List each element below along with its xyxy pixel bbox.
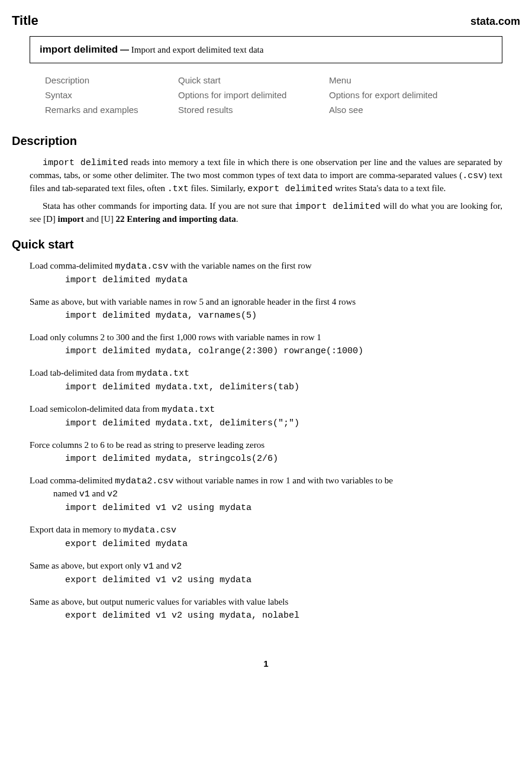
- qs-text: Same as above, but output numeric values…: [30, 597, 288, 606]
- description-p1: import delimited reads into memory a tex…: [30, 156, 502, 195]
- toc-link[interactable]: Also see: [329, 104, 520, 116]
- qs-item: Load only columns 2 to 300 and the first…: [30, 331, 502, 357]
- qs-text: named: [53, 489, 79, 498]
- ref-u: U: [104, 214, 111, 224]
- toc-link[interactable]: Stored results: [178, 104, 329, 116]
- body-text: and [: [84, 214, 104, 224]
- toc-link[interactable]: Remarks and examples: [45, 104, 178, 116]
- qs-cont: named v1 and v2: [53, 488, 502, 501]
- title-subtitle: Import and export delimited text data: [131, 45, 264, 54]
- ref-d: D: [46, 214, 53, 224]
- code-text: mydata.csv: [123, 525, 176, 535]
- code-text: mydata2.csv: [115, 476, 173, 486]
- qs-text: Load semicolon-delimited data from: [30, 404, 162, 414]
- qs-text: and: [90, 489, 107, 498]
- qs-desc: Export data in memory to mydata.csv: [30, 524, 502, 537]
- body-text: ]: [53, 214, 58, 224]
- qs-code: import delimited mydata, stringcols(2/6): [65, 453, 502, 465]
- qs-item: Export data in memory to mydata.csv expo…: [30, 524, 502, 550]
- code-text: v2: [171, 561, 182, 572]
- qs-code: import delimited mydata.txt, delimiters(…: [65, 417, 502, 430]
- body-text: .: [236, 214, 238, 224]
- title-separator: —: [120, 44, 129, 54]
- qs-code: import delimited mydata, varnames(5): [65, 309, 502, 322]
- qs-desc: Load only columns 2 to 300 and the first…: [30, 331, 502, 344]
- qs-item: Same as above, but export only v1 and v2…: [30, 560, 502, 586]
- qs-desc: Force columns 2 to 6 to be read as strin…: [30, 439, 502, 451]
- toc-row: Description Quick start Menu: [45, 74, 520, 86]
- qs-text: and: [154, 561, 171, 570]
- qs-text: Same as above, but with variable names i…: [30, 297, 356, 306]
- code-text: import delimited: [43, 158, 128, 168]
- qs-code: import delimited v1 v2 using mydata: [65, 502, 502, 514]
- ref-link[interactable]: 22 Entering and importing data: [115, 214, 236, 224]
- description-p2: Stata has other commands for importing d…: [30, 200, 502, 225]
- code-text: export delimited: [247, 184, 333, 194]
- qs-code: import delimited mydata: [65, 274, 502, 286]
- code-text: import delimited: [295, 202, 381, 212]
- qs-desc: Load semicolon-delimited data from mydat…: [30, 403, 502, 416]
- toc-row: Remarks and examples Stored results Also…: [45, 104, 520, 116]
- qs-item: Load comma-delimited mydata2.csv without…: [30, 474, 502, 514]
- quickstart-heading: Quick start: [12, 236, 520, 253]
- code-text: v1: [79, 489, 90, 499]
- code-text: mydata.txt: [136, 369, 189, 379]
- toc-link[interactable]: Options for export delimited: [329, 89, 520, 101]
- qs-code: import delimited mydata, colrange(2:300)…: [65, 345, 502, 357]
- qs-text: Force columns 2 to 6 to be read as strin…: [30, 440, 265, 450]
- title-box: import delimited — Import and export del…: [30, 36, 502, 63]
- toc-link[interactable]: Syntax: [45, 89, 178, 101]
- qs-desc: Same as above, but export only v1 and v2: [30, 560, 502, 573]
- qs-code: import delimited mydata.txt, delimiters(…: [65, 381, 502, 393]
- toc-row: Syntax Options for import delimited Opti…: [45, 89, 520, 101]
- qs-text: Load tab-delimited data from: [30, 368, 136, 377]
- qs-text: Load comma-delimited: [30, 476, 115, 485]
- brand-link[interactable]: stata.com: [470, 14, 520, 29]
- page-number: 1: [12, 657, 520, 670]
- qs-item: Same as above, but output numeric values…: [30, 596, 502, 622]
- qs-desc: Same as above, but output numeric values…: [30, 596, 502, 608]
- qs-code: export delimited v1 v2 using mydata: [65, 574, 502, 586]
- qs-text: without variable names in row 1 and with…: [173, 476, 393, 485]
- qs-item: Force columns 2 to 6 to be read as strin…: [30, 439, 502, 465]
- qs-item: Load comma-delimited mydata.csv with the…: [30, 260, 502, 286]
- qs-desc: Load tab-delimited data from mydata.txt: [30, 367, 502, 380]
- body-text: files. Similarly,: [189, 183, 247, 193]
- code-text: v2: [107, 489, 118, 499]
- body-text: writes Stata's data to a text file.: [333, 183, 446, 193]
- title-command: import delimited: [40, 44, 118, 55]
- qs-code: export delimited v1 v2 using mydata, nol…: [65, 609, 502, 622]
- qs-text: Load only columns 2 to 300 and the first…: [30, 332, 321, 342]
- description-heading: Description: [12, 133, 520, 149]
- qs-text: Load comma-delimited: [30, 261, 115, 270]
- code-text: mydata.csv: [115, 262, 168, 272]
- body-text: Stata has other commands for importing d…: [43, 201, 295, 211]
- toc-link[interactable]: Options for import delimited: [178, 89, 329, 101]
- qs-text: Export data in memory to: [30, 525, 123, 534]
- toc-link[interactable]: Menu: [329, 74, 520, 86]
- toc-link[interactable]: Description: [45, 74, 178, 86]
- code-text: mydata.txt: [162, 405, 215, 415]
- header-row: Title stata.com: [12, 12, 520, 30]
- code-text: .txt: [167, 184, 189, 194]
- code-text: v1: [143, 561, 154, 572]
- qs-desc: Load comma-delimited mydata2.csv without…: [30, 474, 502, 501]
- toc-link[interactable]: Quick start: [178, 74, 329, 86]
- qs-text: with the variable names on the first row: [168, 261, 311, 270]
- qs-code: export delimited mydata: [65, 538, 502, 550]
- qs-item: Load tab-delimited data from mydata.txt …: [30, 367, 502, 393]
- qs-item: Same as above, but with variable names i…: [30, 296, 502, 322]
- qs-desc: Same as above, but with variable names i…: [30, 296, 502, 308]
- qs-desc: Load comma-delimited mydata.csv with the…: [30, 260, 502, 273]
- toc: Description Quick start Menu Syntax Opti…: [45, 74, 520, 116]
- qs-text: Same as above, but export only: [30, 561, 143, 570]
- qs-item: Load semicolon-delimited data from mydat…: [30, 403, 502, 430]
- ref-link[interactable]: import: [58, 214, 84, 224]
- page-title: Title: [12, 12, 38, 30]
- code-text: .csv: [462, 171, 483, 181]
